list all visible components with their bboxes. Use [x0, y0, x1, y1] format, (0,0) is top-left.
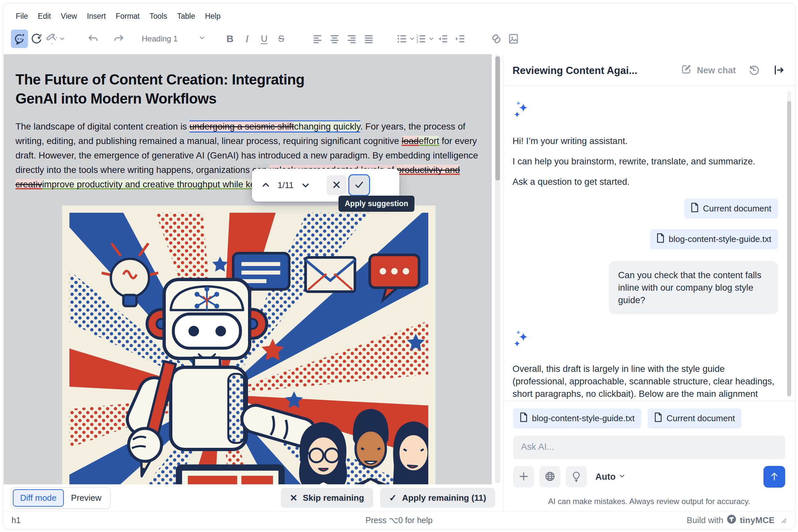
editor-content[interactable]: The Future of Content Creation: Integrat…	[4, 54, 492, 484]
italic-icon: I	[245, 33, 249, 44]
magic-wand-icon	[45, 33, 58, 45]
inserted-text[interactable]: changing quickly	[294, 121, 360, 132]
document-title: The Future of Content Creation: Integrat…	[16, 70, 479, 108]
menu-file[interactable]: File	[11, 9, 33, 23]
composer-chip-style-guide[interactable]: blog-content-style-guide.txt	[513, 408, 641, 429]
tinymce-branding[interactable]: Build with tinyMCE	[687, 514, 775, 527]
chat-history-button[interactable]	[747, 63, 760, 78]
strikethrough-button[interactable]: S	[273, 30, 290, 48]
menu-help[interactable]: Help	[200, 9, 225, 23]
bullet-list-button[interactable]	[396, 30, 415, 48]
underline-button[interactable]: U	[256, 30, 273, 48]
undo-icon	[87, 32, 100, 45]
add-attachment-button[interactable]	[513, 466, 534, 487]
align-justify-button[interactable]	[360, 30, 377, 48]
chevron-down-icon	[198, 34, 206, 43]
undo-button[interactable]	[85, 30, 101, 48]
insert-image-button[interactable]	[505, 30, 522, 48]
send-button[interactable]	[763, 466, 785, 488]
document-image[interactable]	[62, 206, 435, 484]
indent-button[interactable]	[452, 30, 469, 48]
genai-collaboration-illustration	[62, 206, 435, 484]
ai-shortcuts-button[interactable]	[45, 30, 66, 48]
menu-edit[interactable]: Edit	[33, 9, 56, 23]
check-icon	[354, 179, 365, 191]
web-search-button[interactable]	[539, 466, 560, 487]
link-icon	[490, 33, 503, 45]
diff-mode-tab[interactable]: Diff mode	[13, 489, 64, 507]
preview-tab[interactable]: Preview	[64, 490, 109, 506]
apply-suggestion-button[interactable]	[348, 174, 370, 196]
collapse-sidebar-button[interactable]	[773, 64, 785, 77]
toolbar: Heading 1 B I U S 123	[3, 23, 795, 54]
link-button[interactable]	[488, 30, 505, 48]
outdent-button[interactable]	[434, 30, 452, 48]
menu-table[interactable]: Table	[172, 9, 200, 23]
editor-scrollbar-thumb[interactable]	[495, 56, 500, 180]
numbered-list-button[interactable]: 123	[415, 30, 434, 48]
chat-messages[interactable]: Hi! I’m your writing assistant. I can he…	[503, 86, 795, 401]
assistant-capabilities: I can help you brainstorm, rewrite, tran…	[513, 155, 778, 168]
suggestion-counter: 1/11	[276, 180, 295, 190]
chat-title: Reviewing Content Agai...	[513, 65, 637, 77]
view-mode-toggle: Diff mode Preview	[11, 487, 111, 509]
previous-suggestion-button[interactable]	[257, 176, 274, 194]
apply-remaining-button[interactable]: ✓ Apply remaining (11)	[380, 488, 495, 508]
strikethrough-icon: S	[278, 34, 284, 44]
chevron-down-icon	[409, 36, 415, 42]
reject-suggestion-button[interactable]	[327, 175, 346, 195]
arrow-up-icon	[769, 471, 780, 483]
redo-button[interactable]	[110, 30, 127, 48]
help-shortcut-hint: Press ⌥0 for help	[3, 516, 795, 525]
menu-tools[interactable]: Tools	[145, 9, 172, 23]
ai-assistant-button[interactable]	[11, 30, 28, 48]
deleted-text[interactable]: load	[402, 136, 419, 146]
document-paragraph: The landscape of digital content creatio…	[16, 119, 479, 192]
align-left-icon	[312, 33, 323, 44]
document-icon	[654, 412, 662, 424]
paragraph-text: The landscape of digital content creatio…	[16, 121, 189, 132]
menu-insert[interactable]: Insert	[82, 9, 111, 23]
deleted-text[interactable]: undergoing a seismic shift	[189, 121, 294, 132]
block-format-select[interactable]: Heading 1	[138, 30, 210, 48]
next-suggestion-button[interactable]	[297, 176, 314, 194]
assistant-greeting: Hi! I’m your writing assistant.	[513, 135, 778, 147]
align-center-icon	[329, 33, 340, 44]
bold-button[interactable]: B	[221, 30, 239, 48]
underline-icon: U	[261, 34, 267, 44]
editor-scrollbar[interactable]	[495, 55, 500, 483]
align-left-button[interactable]	[309, 30, 326, 48]
inserted-text[interactable]: effort	[419, 136, 439, 146]
chat-scrollbar-thumb[interactable]	[787, 101, 791, 396]
chat-scrollbar[interactable]	[787, 91, 791, 398]
new-chat-button[interactable]: New chat	[680, 63, 736, 78]
attachment-chip-current-document[interactable]: Current document	[684, 198, 778, 218]
history-icon	[747, 63, 760, 78]
document-icon	[691, 203, 699, 215]
ask-ai-input[interactable]	[513, 436, 785, 459]
bullet-list-icon	[396, 33, 408, 44]
italic-button[interactable]: I	[239, 30, 256, 48]
model-selector[interactable]: Auto	[595, 472, 626, 482]
align-center-button[interactable]	[326, 30, 343, 48]
composer-chip-current-document[interactable]: Current document	[648, 408, 741, 429]
indent-icon	[454, 33, 466, 44]
chat-header: Reviewing Content Agai... New chat	[503, 54, 795, 86]
selected-suggestion[interactable]: undergoing a seismic shiftchanging quick…	[189, 120, 360, 133]
menu-format[interactable]: Format	[111, 9, 145, 23]
menu-view[interactable]: View	[56, 9, 82, 23]
ideas-button[interactable]	[566, 466, 587, 487]
assistant-prompt: Ask a question to get started.	[513, 175, 778, 188]
ai-review-button[interactable]	[28, 30, 45, 48]
close-icon: ✕	[290, 493, 297, 504]
ai-review-icon	[30, 33, 43, 45]
align-justify-icon	[363, 33, 374, 44]
align-right-button[interactable]	[343, 30, 360, 48]
skip-remaining-button[interactable]: ✕ Skip remaining	[281, 488, 373, 508]
app-window: FileEditViewInsertFormatToolsTableHelp H…	[3, 3, 795, 529]
attachment-chip-style-guide[interactable]: blog-content-style-guide.txt	[650, 229, 778, 249]
globe-icon	[544, 471, 556, 483]
chevron-down-icon	[59, 36, 66, 42]
collapse-panel-icon	[773, 64, 785, 77]
close-icon	[332, 180, 341, 190]
